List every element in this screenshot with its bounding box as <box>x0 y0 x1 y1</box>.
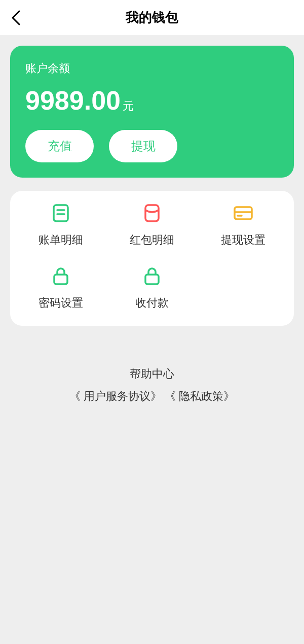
content-area: 账户余额 9989.00 元 充值 提现 账单明细 <box>0 36 304 644</box>
page-title: 我的钱包 <box>0 9 304 26</box>
menu-label: 账单明细 <box>39 232 83 248</box>
balance-label: 账户余额 <box>25 61 279 76</box>
recharge-button[interactable]: 充值 <box>25 130 94 162</box>
redpacket-icon <box>141 202 163 224</box>
menu-label: 密码设置 <box>39 295 83 311</box>
menu-label: 提现设置 <box>221 232 265 248</box>
menu-label: 红包明细 <box>130 232 174 248</box>
bill-icon <box>50 202 72 224</box>
menu-item-password-settings[interactable]: 密码设置 <box>15 265 106 311</box>
balance-amount: 9989.00 元 <box>25 85 279 116</box>
svg-rect-4 <box>235 207 252 219</box>
lock-icon <box>50 265 72 287</box>
privacy-link[interactable]: 《 隐私政策》 <box>165 390 235 402</box>
svg-rect-0 <box>54 205 68 221</box>
help-center-link[interactable]: 帮助中心 <box>10 366 294 382</box>
menu-item-pay-collect[interactable]: 收付款 <box>106 265 198 311</box>
lock-icon <box>141 265 163 287</box>
menu-item-bill-details[interactable]: 账单明细 <box>15 202 106 248</box>
svg-rect-8 <box>145 275 159 284</box>
withdraw-button[interactable]: 提现 <box>109 130 177 162</box>
balance-card: 账户余额 9989.00 元 充值 提现 <box>10 46 294 178</box>
menu-item-redpacket-details[interactable]: 红包明细 <box>106 202 198 248</box>
menu-label: 收付款 <box>135 295 169 311</box>
menu-card: 账单明细 红包明细 提现设置 <box>10 191 294 326</box>
balance-actions: 充值 提现 <box>25 130 279 162</box>
tos-link[interactable]: 《 用户服务协议》 <box>69 390 162 402</box>
policy-links: 《 用户服务协议》 《 隐私政策》 <box>10 389 294 404</box>
svg-rect-3 <box>145 205 159 221</box>
card-icon <box>232 202 254 224</box>
chevron-left-icon <box>10 9 21 26</box>
menu-item-withdraw-settings[interactable]: 提现设置 <box>198 202 289 248</box>
balance-unit: 元 <box>123 98 134 114</box>
svg-rect-7 <box>54 275 67 284</box>
header: 我的钱包 <box>0 0 304 36</box>
balance-value: 9989.00 <box>25 85 121 116</box>
back-button[interactable] <box>10 9 21 26</box>
